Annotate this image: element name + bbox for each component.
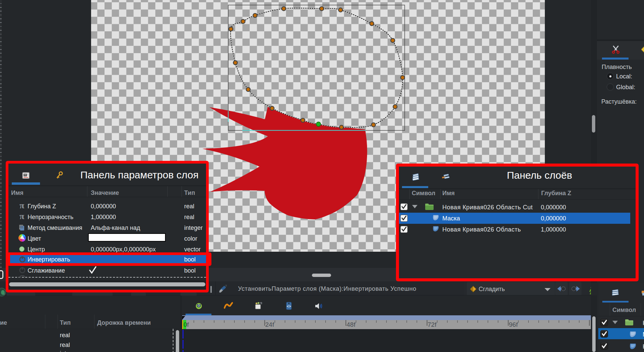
svg-text:π: π bbox=[19, 201, 24, 210]
svg-text:π: π bbox=[19, 212, 24, 221]
svg-text:<>: <> bbox=[287, 304, 291, 308]
